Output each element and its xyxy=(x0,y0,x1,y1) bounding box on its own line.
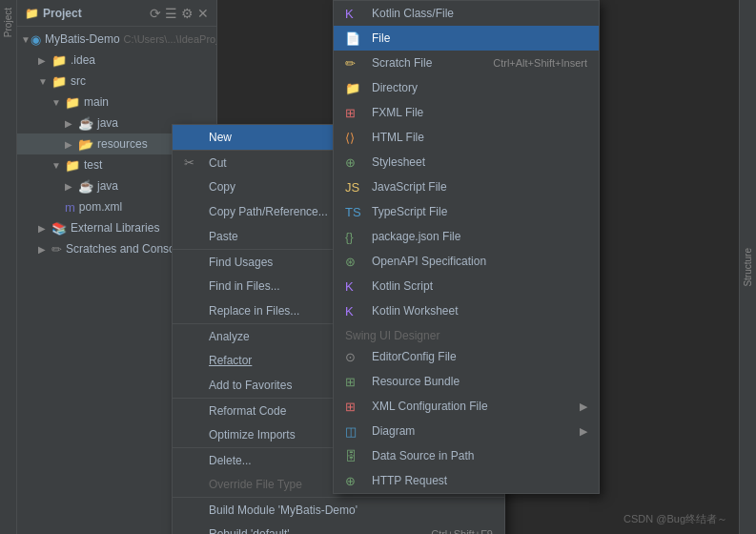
sub-item-directory[interactable]: 📁 Directory xyxy=(334,75,599,100)
ctx-rebuild[interactable]: Rebuild 'default' Ctrl+Shift+F9 xyxy=(173,522,504,534)
tree-label: main xyxy=(84,95,109,109)
left-sidebar: Project xyxy=(0,0,17,534)
sub-item-js[interactable]: JS JavaScript File xyxy=(334,175,599,199)
sub-item-packagejson[interactable]: {} package.json File xyxy=(334,224,599,249)
folder-icon: 📁 xyxy=(25,7,39,20)
sub-section-swing: Swing UI Designer xyxy=(334,323,599,344)
ctx-icon-cut: ✂ xyxy=(184,155,201,170)
html-icon: ⟨⟩ xyxy=(345,131,364,145)
resource-icon: ⊞ xyxy=(345,375,364,389)
sub-label-diagram: Diagram xyxy=(372,424,572,438)
sub-label-html: HTML File xyxy=(372,131,587,144)
tree-label: java xyxy=(97,179,118,193)
sub-item-kscript[interactable]: K Kotlin Script xyxy=(334,274,599,298)
xml-icon: ⊞ xyxy=(345,400,364,414)
datasource-icon: 🗄 xyxy=(345,449,364,463)
kscript-icon: K xyxy=(345,279,364,294)
kworksheet-icon: K xyxy=(345,304,364,318)
ctx-shortcut-rebuild: Ctrl+Shift+F9 xyxy=(431,528,493,534)
sub-item-html[interactable]: ⟨⟩ HTML File xyxy=(334,125,599,150)
directory-icon: 📁 xyxy=(345,81,364,95)
css-icon: ⊕ xyxy=(345,155,364,170)
diagram-icon: ◫ xyxy=(345,424,364,439)
sub-item-kotlin-class[interactable]: K Kotlin Class/File xyxy=(334,1,599,26)
http-icon: ⊕ xyxy=(345,474,364,488)
tree-item-main[interactable]: ▼ 📁 main xyxy=(17,92,216,113)
sub-label-fxml: FXML File xyxy=(372,106,587,119)
settings-icon[interactable]: ⚙ xyxy=(181,6,194,21)
panel-header: 📁 Project ⟳ ☰ ⚙ ✕ xyxy=(17,0,216,27)
scratch-icon: ✏ xyxy=(345,56,364,71)
ctx-label-rebuild: Rebuild 'default' xyxy=(209,527,423,534)
sub-label-editorconfig: EditorConfig File xyxy=(372,350,587,363)
project-sidebar-tab[interactable]: Project xyxy=(3,8,13,37)
tree-label: pom.xml xyxy=(79,200,122,214)
sub-label-swing: Swing UI Designer xyxy=(345,329,587,342)
panel-title: Project xyxy=(43,7,146,20)
close-icon[interactable]: ✕ xyxy=(197,6,209,21)
sub-label-http: HTTP Request xyxy=(372,474,587,487)
tree-label: src xyxy=(71,74,86,88)
sub-item-datasource[interactable]: 🗄 Data Source in Path xyxy=(334,443,599,468)
sub-item-fxml[interactable]: ⊞ FXML File xyxy=(334,100,599,125)
sub-item-ts[interactable]: TS TypeScript File xyxy=(334,199,599,224)
sub-label-xml: XML Configuration File xyxy=(372,400,572,413)
tree-label: .idea xyxy=(71,53,95,67)
sub-label-kworksheet: Kotlin Worksheet xyxy=(372,304,587,318)
sub-item-resource-bundle[interactable]: ⊞ Resource Bundle xyxy=(334,369,599,394)
js-icon: JS xyxy=(345,180,364,195)
sub-label-file: File xyxy=(372,31,587,45)
sub-label-css: Stylesheet xyxy=(372,155,587,169)
sub-label-directory: Directory xyxy=(372,81,587,94)
sub-item-editorconfig[interactable]: ⊙ EditorConfig File xyxy=(334,344,599,369)
panel-icons: ⟳ ☰ ⚙ ✕ xyxy=(150,6,209,21)
tree-item-mybatis[interactable]: ▼ ◉ MyBatis-Demo C:\Users\...\IdeaProjec… xyxy=(17,29,216,50)
sub-item-scratch-file[interactable]: ✏ Scratch File Ctrl+Alt+Shift+Insert xyxy=(334,51,599,75)
sub-label-js: JavaScript File xyxy=(372,180,587,194)
ctx-label-build: Build Module 'MyBatis-Demo' xyxy=(209,503,493,517)
sub-item-diagram[interactable]: ◫ Diagram ▶ xyxy=(334,419,599,443)
sub-item-kworksheet[interactable]: K Kotlin Worksheet xyxy=(334,298,599,323)
openapi-icon: ⊛ xyxy=(345,255,364,269)
sub-label-kscript: Kotlin Script xyxy=(372,279,587,293)
sub-item-css[interactable]: ⊕ Stylesheet xyxy=(334,150,599,175)
sub-label-packagejson: package.json File xyxy=(372,230,587,243)
ide-container: Project 📁 Project ⟳ ☰ ⚙ ✕ ▼ ◉ MyBatis-De… xyxy=(0,0,756,534)
layout-icon[interactable]: ☰ xyxy=(165,6,177,21)
sub-label-resource: Resource Bundle xyxy=(372,375,587,388)
tree-label: resources xyxy=(97,137,148,151)
sub-item-file[interactable]: 📄 File xyxy=(334,26,599,51)
structure-tab[interactable]: Structure xyxy=(743,248,753,287)
sync-icon[interactable]: ⟳ xyxy=(150,6,161,21)
ts-icon: TS xyxy=(345,205,364,219)
sub-label-scratch: Scratch File xyxy=(372,56,485,70)
ctx-build-module[interactable]: Build Module 'MyBatis-Demo' xyxy=(173,497,504,522)
file-icon: 📄 xyxy=(345,31,364,46)
tree-label: java xyxy=(97,116,118,130)
sub-shortcut-scratch: Ctrl+Alt+Shift+Insert xyxy=(493,57,587,69)
tree-label: MyBatis-Demo xyxy=(45,32,120,46)
structure-panel: Structure xyxy=(739,0,756,534)
tree-item-idea[interactable]: ▶ 📁 .idea xyxy=(17,50,216,71)
sub-item-xml-config[interactable]: ⊞ XML Configuration File ▶ xyxy=(334,394,599,419)
tree-item-src[interactable]: ▼ 📁 src xyxy=(17,71,216,92)
fxml-icon: ⊞ xyxy=(345,106,364,120)
submenu-new: K Kotlin Class/File 📄 File ✏ Scratch Fil… xyxy=(333,0,600,494)
editorconfig-icon: ⊙ xyxy=(345,350,364,364)
tree-label: test xyxy=(84,158,102,172)
sub-label-kotlin-class: Kotlin Class/File xyxy=(372,7,587,20)
sub-label-ts: TypeScript File xyxy=(372,205,587,218)
packagejson-icon: {} xyxy=(345,230,364,244)
watermark: CSDN @Bug终结者～ xyxy=(623,512,727,526)
sub-item-openapi[interactable]: ⊛ OpenAPI Specification xyxy=(334,249,599,274)
sub-label-openapi: OpenAPI Specification xyxy=(372,255,587,268)
sub-label-datasource: Data Source in Path xyxy=(372,449,587,462)
kotlin-class-icon: K xyxy=(345,7,364,21)
sub-item-http[interactable]: ⊕ HTTP Request xyxy=(334,468,599,493)
tree-label: External Libraries xyxy=(71,221,159,235)
